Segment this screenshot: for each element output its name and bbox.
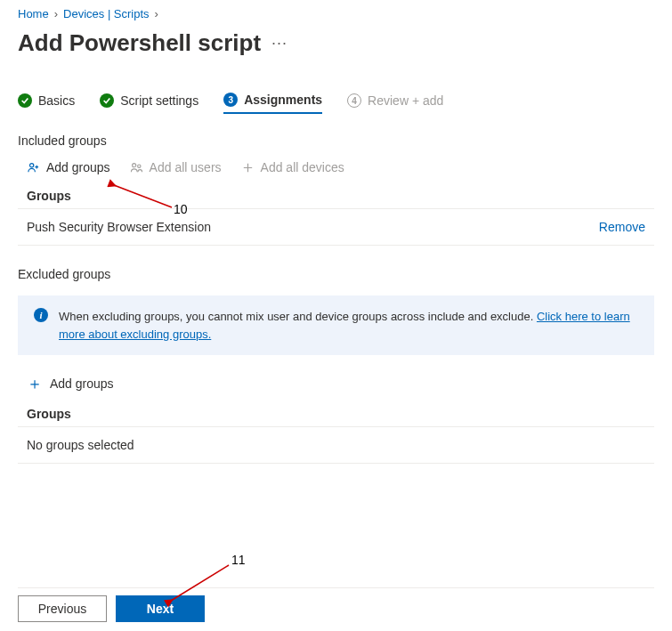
tab-script-settings[interactable]: Script settings [100,93,198,113]
svg-point-1 [132,163,135,166]
more-actions-button[interactable]: ··· [271,34,287,53]
add-all-devices-label: Add all devices [261,160,344,174]
add-groups-label: Add groups [46,160,110,174]
info-icon: i [34,308,48,322]
tab-assignments[interactable]: 3 Assignments [223,93,322,114]
wizard-tabs: Basics Script settings 3 Assignments 4 R… [18,93,654,114]
excluded-groups-heading: Excluded groups [18,267,654,281]
included-groups-section: Included groups Add groups A [18,133,654,246]
svg-point-2 [137,164,140,166]
check-icon [18,93,32,108]
tab-label: Assignments [244,93,322,107]
groups-column-header: Groups [18,407,654,426]
breadcrumb-home[interactable]: Home [18,7,49,20]
chevron-right-icon: › [155,7,158,20]
chevron-right-icon: › [54,7,58,20]
table-row: Push Security Browser Extension Remove [18,208,654,246]
breadcrumb: Home › Devices | Scripts › [18,7,654,20]
breadcrumb-devices-scripts[interactable]: Devices | Scripts [63,7,150,20]
plus-icon [241,161,255,174]
excluded-groups-section: Excluded groups i When excluding groups,… [18,267,654,464]
step-number-icon: 3 [223,93,238,107]
tab-label: Review + add [368,93,443,108]
info-banner: i When excluding groups, you cannot mix … [18,295,654,355]
plus-icon: ＋ [27,373,43,394]
empty-state: No groups selected [18,426,654,464]
person-add-icon [27,161,40,174]
add-all-users-button[interactable]: Add all users [130,160,222,174]
check-icon [100,93,114,108]
group-name: Push Security Browser Extension [27,220,211,234]
add-groups-label: Add groups [50,376,114,391]
add-all-devices-button[interactable]: Add all devices [241,160,344,174]
add-groups-button[interactable]: Add groups [27,160,110,174]
next-button[interactable]: Next [116,595,205,622]
people-icon [130,161,143,174]
previous-button[interactable]: Previous [18,595,107,622]
tab-basics[interactable]: Basics [18,93,75,113]
annotation-label-11: 11 [231,553,246,567]
step-number-icon: 4 [347,93,361,108]
add-all-users-label: Add all users [150,160,222,174]
page-title: Add Powershell script [18,29,261,57]
remove-group-link[interactable]: Remove [599,220,645,234]
add-excluded-groups-button[interactable]: ＋ Add groups [18,373,654,407]
wizard-footer: Previous Next [18,587,654,622]
tab-review-add: 4 Review + add [347,93,443,113]
info-text: When excluding groups, you cannot mix us… [59,308,638,343]
included-groups-heading: Included groups [18,133,654,148]
svg-point-0 [29,163,33,166]
groups-column-header: Groups [18,189,654,208]
tab-label: Basics [38,93,75,108]
tab-label: Script settings [120,93,198,108]
